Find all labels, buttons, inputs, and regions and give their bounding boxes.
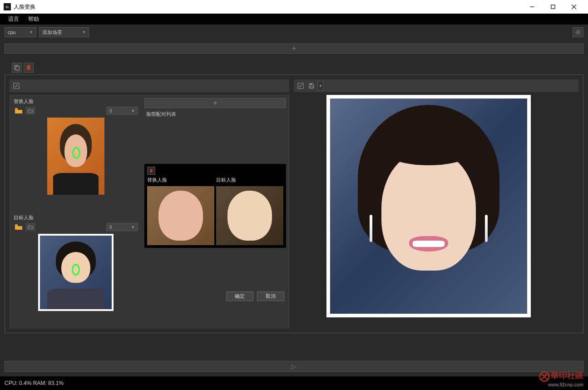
- source-face-controls: 0 ▼: [10, 106, 142, 116]
- pairing-source-image[interactable]: [147, 186, 214, 245]
- svg-rect-22: [310, 84, 312, 85]
- dialog-buttons: 确定 取消: [144, 289, 286, 301]
- toolbar: cpu ▼ 添加场景 ▼: [0, 25, 588, 40]
- svg-rect-19: [150, 170, 153, 173]
- title-bar: fn 人脸变换: [0, 0, 588, 14]
- watermark: ⨂華印社區 www.52cnp.com: [539, 370, 583, 387]
- chevron-down-icon: ▼: [131, 109, 135, 113]
- pairing-target-column: 目标人脸: [216, 177, 283, 245]
- watermark-url: www.52cnp.com: [539, 382, 583, 387]
- face-marker-icon: [72, 264, 80, 276]
- watermark-text: 華印社區: [551, 371, 583, 380]
- target-thumb-area: [10, 232, 142, 328]
- right-pane-toolbar: ▼: [294, 79, 578, 92]
- spacer: [144, 248, 286, 289]
- svg-point-17: [30, 226, 32, 228]
- app-icon: fn: [4, 3, 11, 10]
- faces-thumbnails-panel: 替换人脸 0 ▼: [10, 95, 142, 328]
- pairing-target-label: 目标人脸: [216, 177, 283, 186]
- pairing-panel: + 脸部配对列表 替换人脸: [142, 95, 289, 328]
- edit-button[interactable]: [11, 81, 21, 91]
- chevron-down-icon: ▼: [131, 225, 135, 229]
- faces-content: 替换人脸 0 ▼: [10, 95, 289, 328]
- svg-rect-11: [15, 108, 18, 109]
- status-text: CPU: 0.4% RAM: 83.1%: [5, 380, 64, 386]
- svg-point-13: [30, 110, 32, 112]
- chevron-down-icon: ▼: [319, 84, 322, 88]
- svg-rect-7: [27, 66, 30, 70]
- panel-icon-buttons: [12, 63, 588, 73]
- result-area: [294, 95, 578, 328]
- svg-rect-14: [29, 109, 30, 109]
- delete-button[interactable]: [24, 63, 34, 73]
- source-face-thumbnail[interactable]: [47, 118, 104, 195]
- spacer: [144, 118, 286, 159]
- svg-rect-9: [28, 65, 30, 66]
- svg-rect-1: [551, 5, 555, 9]
- window-title: 人脸变换: [14, 3, 522, 11]
- svg-point-4: [577, 31, 579, 33]
- source-camera-button[interactable]: [25, 107, 35, 115]
- status-bar: CPU: 0.4% RAM: 83.1%: [0, 376, 588, 390]
- window-controls: [522, 0, 584, 14]
- target-face-thumbnail[interactable]: [38, 234, 114, 311]
- source-folder-button[interactable]: [14, 107, 24, 115]
- target-folder-button[interactable]: [14, 223, 24, 231]
- plus-icon: +: [292, 44, 296, 54]
- watermark-logo-icon: ⨂: [539, 370, 550, 382]
- copy-button[interactable]: [12, 63, 22, 73]
- menu-bar: 语言 帮助: [0, 14, 588, 25]
- source-face-label: 替换人脸: [10, 95, 142, 106]
- target-counter[interactable]: 0 ▼: [106, 223, 138, 231]
- add-pairing-button[interactable]: +: [144, 98, 286, 108]
- confirm-button[interactable]: 确定: [226, 291, 253, 301]
- scene-dropdown[interactable]: 添加场景 ▼: [39, 27, 89, 37]
- pairing-list-label: 脸部配对列表: [144, 110, 286, 118]
- minimize-button[interactable]: [522, 0, 543, 14]
- target-counter-value: 0: [109, 225, 112, 230]
- pairing-card: 替换人脸 目标人脸: [144, 164, 286, 248]
- source-counter-value: 0: [109, 109, 112, 114]
- pairing-source-column: 替换人脸: [147, 177, 214, 245]
- target-face-label: 目标人脸: [10, 212, 142, 222]
- source-counter[interactable]: 0 ▼: [106, 107, 138, 115]
- left-column: 替换人脸 0 ▼: [10, 79, 289, 328]
- close-button[interactable]: [563, 0, 584, 14]
- svg-rect-20: [150, 169, 153, 170]
- svg-rect-6: [16, 66, 19, 70]
- right-column: ▼: [294, 79, 578, 328]
- device-value: cpu: [8, 30, 16, 35]
- menu-help[interactable]: 帮助: [24, 15, 44, 23]
- result-image[interactable]: [326, 95, 531, 317]
- add-scene-bar[interactable]: +: [5, 44, 583, 54]
- svg-rect-18: [29, 225, 30, 226]
- main-panel: 替换人脸 0 ▼: [5, 74, 583, 333]
- target-camera-button[interactable]: [25, 223, 35, 231]
- pairing-faces-row: 替换人脸 目标人脸: [147, 177, 283, 245]
- edit-button[interactable]: [296, 81, 306, 91]
- target-face-controls: 0 ▼: [10, 222, 142, 232]
- delete-pairing-button[interactable]: [147, 167, 155, 175]
- save-dropdown-button[interactable]: ▼: [317, 81, 324, 91]
- menu-language[interactable]: 语言: [4, 15, 24, 23]
- settings-button[interactable]: [573, 27, 583, 37]
- plus-icon: +: [213, 99, 217, 107]
- svg-rect-23: [310, 86, 313, 88]
- device-dropdown[interactable]: cpu ▼: [5, 27, 36, 37]
- chevron-down-icon: ▼: [78, 30, 86, 35]
- cancel-button[interactable]: 取消: [257, 291, 284, 301]
- left-pane-toolbar: [10, 79, 289, 92]
- pairing-source-label: 替换人脸: [147, 177, 214, 186]
- scene-value: 添加场景: [42, 29, 62, 36]
- pairing-target-image[interactable]: [216, 186, 283, 245]
- save-button[interactable]: [306, 81, 316, 91]
- source-thumb-area: [10, 116, 142, 212]
- play-icon: ▷: [292, 363, 296, 370]
- svg-rect-15: [15, 224, 18, 226]
- process-button[interactable]: ▷: [5, 361, 583, 372]
- maximize-button[interactable]: [543, 0, 563, 14]
- svg-rect-8: [27, 66, 31, 67]
- chevron-down-icon: ▼: [25, 30, 33, 35]
